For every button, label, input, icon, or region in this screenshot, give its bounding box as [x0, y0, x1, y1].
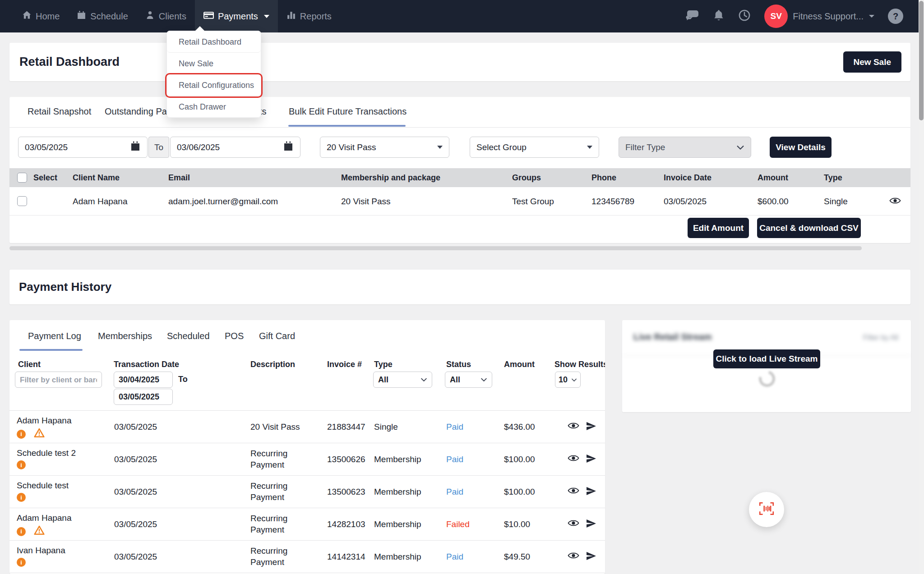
show-results-select[interactable]: 10 [555, 372, 581, 388]
select-all-checkbox[interactable] [17, 173, 27, 183]
menu-item-retail-dashboard[interactable]: Retail Dashboard [167, 31, 261, 53]
group-select[interactable]: Select Group [470, 137, 599, 158]
date-from-value: 03/05/2025 [25, 142, 68, 152]
menu-item-retail-configurations[interactable]: Retail Configurations [167, 74, 261, 96]
col-groups: Groups [512, 168, 541, 187]
description-cell: 20 Visit Pass [250, 421, 307, 433]
new-sale-button[interactable]: New Sale [843, 51, 901, 73]
status-select-value: All [450, 375, 460, 385]
client-label: Client [18, 360, 41, 369]
info-icon[interactable]: i [17, 493, 26, 502]
cell-amount: $600.00 [758, 187, 789, 216]
warning-icon[interactable] [34, 428, 45, 440]
payment-row: Adam Hapana i 03/05/2025 20 Visit Pass 2… [9, 411, 605, 443]
type-select-value: All [378, 375, 388, 385]
nav-label: Home [36, 11, 60, 22]
date-to-input[interactable]: 03/06/2025 [170, 137, 300, 158]
filter-type-select[interactable]: Filter Type [619, 137, 751, 158]
send-icon[interactable] [586, 453, 596, 466]
horizontal-scrollbar[interactable] [9, 246, 862, 250]
status-select[interactable]: All [445, 372, 492, 388]
bell-icon[interactable] [713, 9, 725, 23]
live-stream-filter[interactable]: Filter by All [863, 334, 898, 342]
filter-type-value: Filter Type [625, 142, 665, 152]
to-label: To [178, 375, 188, 384]
client-filter-input[interactable] [15, 372, 102, 388]
date-from-value: 30/04/2025 [119, 375, 159, 385]
tab-bulk-edit-future-transactions[interactable]: Bulk Edit Future Transactions [289, 106, 407, 117]
nav-item-reports[interactable]: Reports [278, 0, 340, 32]
tab-payment-log[interactable]: Payment Log [28, 331, 81, 341]
bulk-tabs: Retail Snapshot Outstanding Pay ts Bulk … [9, 97, 910, 128]
nav-item-home[interactable]: Home [14, 0, 68, 32]
send-icon[interactable] [586, 518, 596, 531]
info-icon[interactable]: i [17, 430, 26, 439]
tab-memberships[interactable]: Memberships [98, 331, 152, 341]
eye-icon[interactable] [568, 454, 579, 464]
client-name: Adam Hapana [17, 416, 71, 426]
send-icon[interactable] [586, 486, 596, 498]
package-select[interactable]: 20 Visit Pass [320, 137, 449, 158]
help-icon[interactable]: ? [888, 9, 903, 24]
nav-item-clients[interactable]: Clients [137, 0, 195, 32]
edit-amount-button[interactable]: Edit Amount [688, 218, 749, 238]
chevron-down-icon [869, 15, 874, 18]
chat-icon[interactable] [686, 9, 699, 23]
info-icon[interactable]: i [17, 527, 26, 536]
transaction-date-from-input[interactable]: 30/04/2025 [114, 372, 173, 388]
payment-row: Adam Hapana i 03/05/2025 Recurring Payme… [9, 508, 605, 541]
scrollbar-thumb[interactable] [919, 1, 924, 120]
col-select: Select [33, 168, 57, 187]
payment-row: Schedule test 2 i 03/05/2025 Recurring P… [9, 443, 605, 476]
eye-icon[interactable] [568, 519, 579, 529]
view-details-button[interactable]: View Details [770, 137, 832, 158]
calendar-icon[interactable] [283, 141, 294, 154]
tab-scheduled[interactable]: Scheduled [167, 331, 210, 341]
date-from-input[interactable]: 03/05/2025 [18, 137, 148, 158]
cancel-download-csv-button[interactable]: Cancel & download CSV [757, 218, 861, 238]
invoice-cell: 14282103 [327, 508, 365, 541]
cell-group: Test Group [512, 187, 554, 216]
eye-icon[interactable] [568, 422, 579, 432]
eye-icon[interactable] [568, 487, 579, 496]
tab-retail-snapshot[interactable]: Retail Snapshot [28, 106, 91, 117]
invoice-cell: 21883447 [327, 411, 365, 443]
client-cell: Schedule test 2 i [17, 448, 76, 469]
vertical-scrollbar[interactable] [919, 0, 924, 574]
send-icon[interactable] [586, 551, 596, 563]
tab-pos[interactable]: POS [225, 331, 244, 341]
user-menu[interactable]: SV Fitness Support... [764, 5, 874, 28]
nav-item-schedule[interactable]: Schedule [68, 0, 136, 32]
credit-card-icon [203, 10, 214, 22]
nav-item-payments[interactable]: Payments [195, 0, 278, 32]
person-icon [145, 10, 155, 22]
cell-phone: 123456789 [591, 187, 634, 216]
menu-item-new-sale[interactable]: New Sale [167, 53, 261, 74]
type-select[interactable]: All [373, 372, 432, 388]
active-tab-underline [19, 349, 83, 351]
info-icon[interactable]: i [17, 558, 26, 567]
load-live-stream-button[interactable]: Click to load Live Stream [713, 349, 820, 368]
type-cell: Membership [374, 508, 421, 541]
eye-icon[interactable] [889, 197, 901, 207]
menu-item-cash-drawer[interactable]: Cash Drawer [167, 96, 261, 118]
info-icon[interactable]: i [17, 460, 26, 469]
live-retail-stream-panel: Live Retail Stream Filter by All Click t… [622, 320, 911, 412]
amount-cell: $49.50 [504, 541, 530, 573]
tab-gift-card[interactable]: Gift Card [259, 331, 295, 341]
invoice-cell: 13500626 [327, 443, 365, 476]
send-icon[interactable] [586, 421, 596, 433]
barcode-scanner-button[interactable] [749, 492, 784, 527]
warning-icon[interactable] [34, 525, 45, 537]
date-to-value: 03/05/2025 [119, 392, 159, 402]
amount-cell: $10.00 [504, 508, 530, 541]
page-title: Retail Dashboard [19, 43, 120, 81]
calendar-icon[interactable] [130, 141, 141, 154]
row-checkbox[interactable] [17, 196, 27, 206]
tab-outstanding-payments[interactable]: Outstanding Pay [105, 106, 171, 117]
avatar-initials: SV [771, 11, 782, 21]
main-nav: Home Schedule Clients Payments Reports [14, 0, 340, 32]
transaction-date-to-input[interactable]: 03/05/2025 [114, 389, 173, 405]
eye-icon[interactable] [568, 551, 579, 561]
clock-icon[interactable] [738, 9, 751, 23]
